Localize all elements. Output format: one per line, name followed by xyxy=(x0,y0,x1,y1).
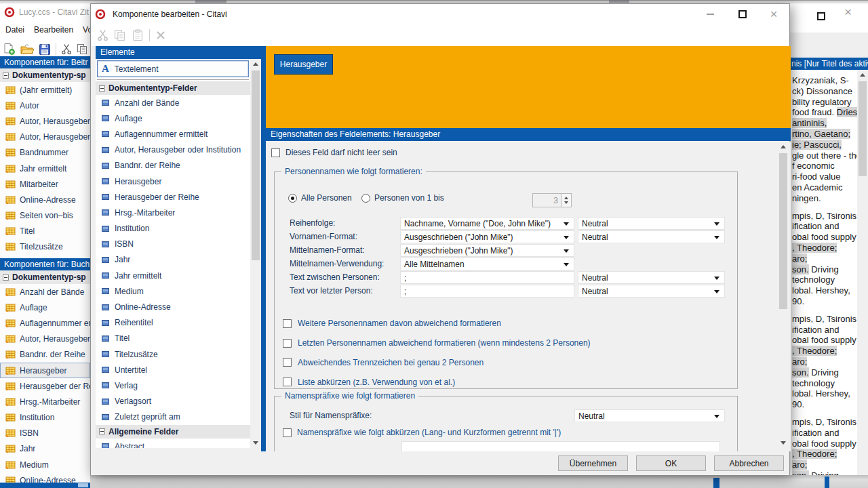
element-field[interactable]: Autor, Herausgeber oder Institution xyxy=(96,142,250,158)
group-dokumententyp-felder[interactable]: Dokumententyp-Felder xyxy=(96,81,250,95)
option-checkbox[interactable] xyxy=(283,339,292,348)
abbrev-checkbox[interactable] xyxy=(283,428,292,437)
style-combobox[interactable]: Neutral xyxy=(578,271,725,284)
scroll-down-button[interactable] xyxy=(250,438,261,448)
element-field[interactable]: Abstract xyxy=(96,439,250,448)
element-field[interactable]: Titelzusätze xyxy=(96,346,250,362)
element-field[interactable]: Jahr xyxy=(96,252,250,268)
element-field[interactable]: Zuletzt geprüft am xyxy=(96,409,250,425)
minimize-button[interactable] xyxy=(698,4,722,24)
component-item[interactable]: Medium xyxy=(0,457,90,472)
component-item[interactable]: (Jahr ermittelt) xyxy=(0,82,90,98)
component-item[interactable]: Titelzusätze xyxy=(0,239,90,255)
radio-icon[interactable] xyxy=(361,194,370,203)
group-row-dokumententyp-beitrag[interactable]: Dokumententyp-sp xyxy=(0,68,90,82)
copy-icon[interactable] xyxy=(77,43,88,55)
element-field[interactable]: Titel xyxy=(96,331,250,346)
collapse-minus-icon[interactable] xyxy=(3,274,9,281)
scrollbar[interactable] xyxy=(778,142,789,448)
scroll-down-button[interactable] xyxy=(778,438,789,448)
maximize-button[interactable] xyxy=(731,4,754,24)
element-textelement[interactable]: A Textelement xyxy=(97,60,249,77)
element-field[interactable]: Auflage xyxy=(96,110,250,126)
element-field[interactable]: Medium xyxy=(96,283,250,299)
component-item[interactable]: Herausgeber der Reih xyxy=(0,378,90,394)
not-empty-checkbox[interactable] xyxy=(271,148,280,157)
option-checkbox[interactable] xyxy=(283,378,292,386)
component-item[interactable]: Autor, Herausgeber o xyxy=(0,129,90,145)
element-field[interactable]: Institution xyxy=(96,221,250,237)
open-folder-icon[interactable] xyxy=(20,43,34,55)
scroll-up-button[interactable] xyxy=(250,59,261,69)
cut-icon[interactable] xyxy=(97,29,108,41)
component-item[interactable]: Hrsg.-Mitarbeiter xyxy=(0,394,90,409)
group-row-dokumententyp-buch[interactable]: Dokumententyp-sp xyxy=(0,270,90,284)
herausgeber-field-chip[interactable]: Herausgeber xyxy=(274,54,333,75)
scrollbar-thumb[interactable] xyxy=(859,81,867,176)
component-item[interactable]: Titel xyxy=(0,224,90,239)
component-item[interactable]: Online-Adresse xyxy=(0,472,90,483)
radio-personen-von-bis[interactable]: Personen von 1 bis xyxy=(361,193,444,203)
copy-icon[interactable] xyxy=(114,29,126,41)
element-field[interactable]: Verlagsort xyxy=(96,394,250,409)
abbrev-list-input[interactable] xyxy=(401,441,720,451)
option-checkbox[interactable] xyxy=(283,358,292,367)
element-field[interactable]: Herausgeber xyxy=(96,174,250,189)
component-item[interactable]: Herausgeber xyxy=(0,363,90,378)
save-icon[interactable] xyxy=(39,43,51,56)
value-combobox[interactable]: Alle Mittelnamen xyxy=(400,258,574,270)
style-combobox[interactable]: Neutral xyxy=(578,230,725,243)
component-item[interactable]: Autor xyxy=(0,98,90,113)
scrollbar-thumb[interactable] xyxy=(252,70,260,260)
group-allgemeine-felder[interactable]: Allgemeine Felder xyxy=(96,425,250,439)
style-combobox[interactable]: Neutral xyxy=(578,217,725,230)
prefix-style-combobox[interactable]: Neutral xyxy=(574,409,725,422)
element-field[interactable]: Anzahl der Bände xyxy=(96,95,250,110)
scrollbar-thumb[interactable] xyxy=(779,153,787,309)
option-checkbox[interactable] xyxy=(283,319,292,328)
new-document-icon[interactable] xyxy=(3,43,16,56)
component-item[interactable]: Mitarbeiter xyxy=(0,176,90,192)
sidebar-scroll-button[interactable] xyxy=(78,483,88,487)
component-item[interactable]: Auflage xyxy=(0,300,90,315)
collapse-minus-icon[interactable] xyxy=(3,73,9,79)
component-item[interactable]: Bandnr. der Reihe xyxy=(0,347,90,363)
component-item[interactable]: Autor, Herausgeber o xyxy=(0,113,90,129)
component-item[interactable]: ISBN xyxy=(0,426,90,441)
value-combobox[interactable]: Ausgeschrieben ("John Mike") xyxy=(400,244,574,257)
scrollbar[interactable] xyxy=(857,70,868,488)
element-field[interactable]: Herausgeber der Reihe xyxy=(96,189,250,205)
dialog-titlebar[interactable]: Komponente bearbeiten - Citavi × xyxy=(91,4,789,24)
component-item[interactable]: Jahr ermittelt xyxy=(0,161,90,176)
component-item[interactable]: Jahr xyxy=(0,441,90,457)
value-combobox[interactable]: Ausgeschrieben ("John Mike") xyxy=(400,230,574,243)
component-item[interactable]: Anzahl der Bände xyxy=(0,284,90,300)
close-button[interactable]: × xyxy=(762,4,785,24)
element-field[interactable]: Hrsg.-Mitarbeiter xyxy=(96,205,250,220)
abbrechen-button[interactable]: Abbrechen xyxy=(714,455,784,471)
panel-splitter[interactable] xyxy=(261,46,266,451)
stepper-arrows[interactable] xyxy=(561,193,572,207)
scrollbar[interactable] xyxy=(250,59,261,448)
value-combobox[interactable]: ; xyxy=(400,271,574,284)
collapse-minus-icon[interactable] xyxy=(99,85,105,92)
component-item[interactable]: Institution xyxy=(0,410,90,426)
cut-icon[interactable] xyxy=(61,43,72,55)
menu-vorlage[interactable]: Vorl xyxy=(83,25,90,35)
ok-button[interactable]: OK xyxy=(636,455,706,471)
component-item[interactable]: Seiten von–bis xyxy=(0,208,90,224)
component-item[interactable]: Bandnummer xyxy=(0,145,90,161)
element-field[interactable]: Online-Adresse xyxy=(96,299,250,314)
element-field[interactable]: Bandnr. der Reihe xyxy=(96,158,250,174)
element-field[interactable]: Jahr ermittelt xyxy=(96,268,250,283)
menu-datei[interactable]: Datei xyxy=(5,25,24,35)
radio-alle-personen[interactable]: Alle Personen xyxy=(288,193,352,203)
menu-bearbeiten[interactable]: Bearbeiten xyxy=(34,25,73,35)
value-combobox[interactable]: Nachname, Vorname ("Doe, John Mike") xyxy=(400,217,574,230)
close-button[interactable]: × xyxy=(844,5,852,18)
paste-icon[interactable] xyxy=(132,29,144,41)
scroll-up-button[interactable] xyxy=(778,142,789,152)
maximize-button[interactable] xyxy=(817,12,825,20)
style-combobox[interactable]: Neutral xyxy=(578,285,725,298)
scroll-up-button[interactable] xyxy=(857,70,868,80)
